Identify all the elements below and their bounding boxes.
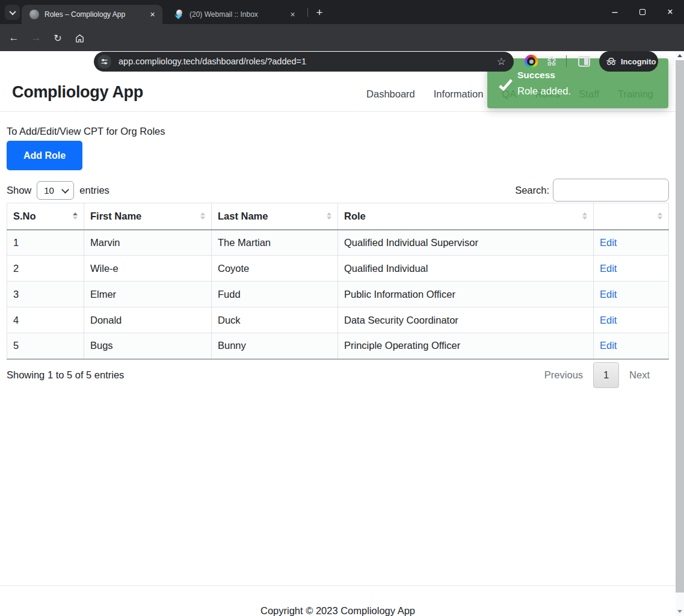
browser-tab-strip: Roles – Compliology App × (20) Webmail :… <box>0 0 684 24</box>
sort-icon <box>658 212 662 220</box>
tab-search-button[interactable] <box>5 5 20 20</box>
toast-message: Role added. <box>517 85 571 97</box>
col-header-first-name[interactable]: First Name <box>84 203 212 230</box>
cell-action: Edit <box>594 307 669 333</box>
previous-page-button[interactable]: Previous <box>534 369 593 381</box>
address-bar[interactable]: app.compliology.tech/dashboard/roles/?ad… <box>94 52 514 72</box>
chevron-down-icon <box>9 8 16 14</box>
forward-button[interactable]: → <box>28 29 45 46</box>
tab-title: Roles – Compliology App <box>45 10 147 19</box>
col-header-sno[interactable]: S.No <box>7 203 84 230</box>
webmail-favicon-icon <box>174 10 184 19</box>
col-header-role[interactable]: Role <box>338 203 594 230</box>
edit-link[interactable]: Edit <box>600 237 617 248</box>
intro-text: To Add/Edit/View CPT for Org Roles <box>7 126 669 137</box>
incognito-badge: Incognito <box>599 51 658 72</box>
toolbar-separator <box>566 55 567 67</box>
entries-label: entries <box>79 185 109 196</box>
entries-info: Showing 1 to 5 of 5 entries <box>7 369 124 381</box>
scrollbar-thumb[interactable] <box>676 60 684 593</box>
cell-action: Edit <box>594 230 669 256</box>
cell-role: Qualified Individual Supervisor <box>338 230 594 256</box>
copyright-text: Copyright © 2023 Compliology App <box>0 605 676 616</box>
site-footer: Copyright © 2023 Compliology App <box>0 585 676 616</box>
window-maximize-button[interactable] <box>629 0 656 24</box>
table-header-row: S.No First Name Last Name Role <box>7 203 669 230</box>
cell-sno: 2 <box>7 256 84 282</box>
edit-link[interactable]: Edit <box>600 315 617 325</box>
url-text[interactable]: app.compliology.tech/dashboard/roles/?ad… <box>119 57 497 66</box>
window-minimize-button[interactable]: – <box>601 0 629 24</box>
browser-menu-button[interactable]: ⋮ <box>667 53 680 70</box>
cell-action: Edit <box>594 333 669 359</box>
show-label: Show <box>7 185 31 196</box>
cell-first-name: Wile-e <box>84 256 212 282</box>
table-row: 4 Donald Duck Data Security Coordinator … <box>7 307 669 333</box>
sort-icon <box>582 212 587 220</box>
pagination: Previous 1 Next <box>534 362 660 388</box>
table-row: 2 Wile-e Coyote Qualified Individual Edi… <box>7 256 669 282</box>
maximize-icon <box>639 9 645 15</box>
cell-sno: 3 <box>7 282 84 307</box>
page-number-button[interactable]: 1 <box>593 362 619 388</box>
edit-link[interactable]: Edit <box>600 289 617 300</box>
table-row: 1 Marvin The Martian Qualified Individua… <box>7 230 669 256</box>
cell-first-name: Elmer <box>84 282 212 307</box>
cell-last-name: Bunny <box>212 333 338 359</box>
edit-link[interactable]: Edit <box>600 263 617 274</box>
sort-icon <box>73 212 78 220</box>
cell-last-name: Duck <box>212 307 338 333</box>
incognito-icon <box>606 57 617 66</box>
incognito-label: Incognito <box>621 57 656 66</box>
table-footer: Showing 1 to 5 of 5 entries Previous 1 N… <box>7 362 669 388</box>
puzzle-icon <box>546 55 558 67</box>
toast-title: Success <box>517 70 555 81</box>
nav-item-information[interactable]: Information <box>434 88 484 100</box>
extensions-button[interactable] <box>546 55 558 67</box>
cell-action: Edit <box>594 256 669 282</box>
edit-link[interactable]: Edit <box>600 340 617 351</box>
add-role-button[interactable]: Add Role <box>7 141 82 170</box>
cell-sno: 4 <box>7 307 84 333</box>
extension-lens-icon[interactable] <box>525 55 538 68</box>
search-label: Search: <box>515 185 549 196</box>
col-header-actions[interactable] <box>594 203 669 230</box>
page-title: Compliology App <box>12 83 143 102</box>
home-button[interactable] <box>71 29 88 46</box>
window-close-button[interactable]: × <box>656 0 684 24</box>
cell-role: Public Information Officer <box>338 282 594 307</box>
new-tab-button[interactable]: + <box>312 5 327 20</box>
tab-separator <box>307 8 308 17</box>
browser-tab-webmail[interactable]: (20) Webmail :: Inbox × <box>167 5 303 24</box>
nav-item-dashboard[interactable]: Dashboard <box>366 88 415 100</box>
col-header-last-name[interactable]: Last Name <box>212 203 338 230</box>
cell-first-name: Marvin <box>84 230 212 256</box>
cell-role: Qualified Individual <box>338 256 594 282</box>
back-button[interactable]: ← <box>5 29 22 46</box>
cell-first-name: Bugs <box>84 333 212 359</box>
site-settings-icon[interactable] <box>97 55 111 69</box>
browser-tab-roles[interactable]: Roles – Compliology App × <box>22 5 162 24</box>
cell-first-name: Donald <box>84 307 212 333</box>
table-row: 5 Bugs Bunny Principle Operating Officer… <box>7 333 669 359</box>
roles-table: S.No First Name Last Name Role 1 Marvin … <box>7 203 669 360</box>
cell-last-name: The Martian <box>212 230 338 256</box>
scroll-down-arrow-icon[interactable] <box>676 607 684 616</box>
next-page-button[interactable]: Next <box>619 369 660 381</box>
tab-title: (20) Webmail :: Inbox <box>189 10 288 19</box>
close-icon[interactable]: × <box>288 10 298 20</box>
cell-action: Edit <box>594 282 669 307</box>
cell-sno: 1 <box>7 230 84 256</box>
side-panel-button[interactable] <box>578 56 590 67</box>
close-icon[interactable]: × <box>147 10 158 20</box>
web-page: Compliology App Dashboard Information QA… <box>0 51 676 616</box>
cell-last-name: Coyote <box>212 256 338 282</box>
reload-button[interactable]: ↻ <box>49 29 66 46</box>
home-icon <box>75 33 85 43</box>
vertical-scrollbar[interactable] <box>676 51 684 616</box>
main-content: To Add/Edit/View CPT for Org Roles Add R… <box>0 126 676 388</box>
search-input[interactable] <box>553 179 669 202</box>
entries-select[interactable]: 10 <box>37 181 74 200</box>
bookmark-star-icon[interactable]: ☆ <box>497 55 506 68</box>
cell-role: Data Security Coordinator <box>338 307 594 333</box>
